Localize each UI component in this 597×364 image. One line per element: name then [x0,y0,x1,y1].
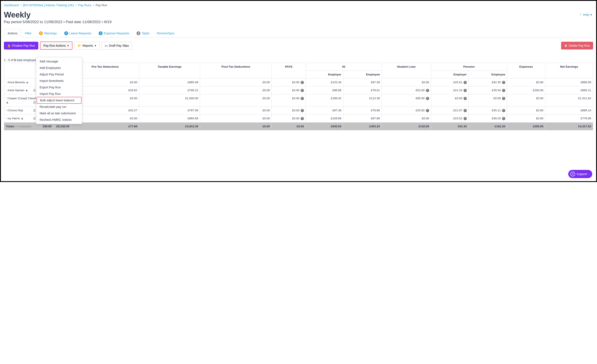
chevron-right-icon: › [588,172,589,176]
table-row: › Ivy Harris ▲☰✎38.00£903.85£0.00£864.65… [4,114,593,122]
help-icon[interactable]: ? [463,89,467,92]
dropdown-item[interactable]: Adjust Pay Period [36,71,82,77]
col-posttax: Post-Tax Deductions [200,63,272,78]
help-icon[interactable]: ? [426,109,429,112]
reports-button[interactable]: 📁 Reports ▼ [74,42,100,49]
warning-icon: ▲ [26,81,29,84]
table-row: › Casper (Caspi) Claude ▲☰✎6.00£1,500.00… [4,94,593,106]
badge: 3 [64,31,68,35]
dropdown-item[interactable]: Add Employees [36,65,82,71]
trash-icon: 🗑 [564,44,567,47]
warning-icon: ▲ [21,117,24,120]
breadcrumb-link[interactable]: Dashboard [4,3,19,7]
help-icon[interactable]: ? [502,97,505,100]
lock-icon: 🔒 [7,44,11,47]
help-icon[interactable]: ? [301,109,304,112]
tab-expense-requests[interactable]: 3Expense Requests [95,29,133,37]
dropdown-item[interactable]: Export Pay Run [36,84,82,91]
payrun-table: Pre-Tax Deductions Taxable Earnings Post… [4,63,593,130]
col-group-ni: NI [306,63,382,71]
col-expenses: Expenses [507,63,545,78]
help-icon[interactable]: ? [301,97,304,100]
draft-pay-slips-button[interactable]: ▭ Draft Pay Slips [102,42,132,49]
document-icon: ▭ [105,44,108,47]
employee-name[interactable]: Chrono Roji [8,109,23,112]
toolbar: 🔒 Finalise Pay Run Pay Run Actions ▼ 📁 R… [4,38,593,52]
tab-leave-requests[interactable]: 3Leave Requests [61,29,95,37]
employee-name[interactable]: Casper (Caspi) Claude [8,97,37,100]
list-icon[interactable]: ☰ [33,89,36,92]
tabs: ActionsFilter6Warnings3Leave Requests3Ex… [4,29,593,38]
help-icon[interactable]: ? [463,81,467,84]
badge: 6 [39,31,43,35]
table-row: › Chrono Roji ☰✎38.00£865.38£43.27£787.0… [4,106,593,114]
delete-pay-run-button[interactable]: 🗑 Delete Pay Run [561,42,593,49]
breadcrumb: Dashboard / [EH INTERNAL] Kidows Trainin… [4,3,593,9]
dropdown-item[interactable]: Import Pay Run [36,91,82,97]
page-title: Weekly [4,10,593,19]
tab-actions[interactable]: Actions [4,29,21,38]
help-icon[interactable]: ? [301,89,304,92]
tab-tasks[interactable]: 2Tasks [133,29,153,37]
help-icon[interactable]: ? [502,109,505,112]
caret-down-icon: ▼ [67,45,69,47]
col-pension-employee: Employee [469,71,507,78]
list-icon[interactable]: ☰ [33,101,36,104]
col-paye: PAYE [272,63,306,78]
pay-run-actions-button[interactable]: Pay Run Actions ▼ [40,41,73,50]
expand-row-icon[interactable]: › [6,81,7,83]
col-group-pension: Pension [431,63,507,71]
dropdown-item[interactable]: Mark all as late submission [36,110,82,116]
badge: 2 [136,31,140,35]
table-row: › Ashe Sylvian ▲☰✎£34.62£795.22£0.00£0.0… [4,86,593,94]
tab-filter[interactable]: Filter [21,29,35,37]
help-icon[interactable]: ? [301,117,304,120]
col-taxable: Taxable Earnings [139,63,200,78]
folder-icon: 📁 [78,44,81,47]
tab-warnings[interactable]: 6Warnings [35,29,61,37]
list-icon[interactable]: ☰ [33,109,36,112]
employee-name[interactable]: Anna Beverly [8,81,25,84]
col-ni-employee: Employee [343,71,382,78]
dropdown-item[interactable]: Add message [36,58,82,65]
help-icon[interactable]: ? [463,117,467,120]
employee-name[interactable]: Ivy Harris [8,117,20,120]
help-icon[interactable]: ? [502,89,505,92]
col-ni-employer: Employer [306,71,343,78]
help-icon[interactable]: ? [426,89,429,92]
help-icon[interactable]: ? [502,117,505,120]
caret-down-icon: ▼ [590,14,592,16]
dropdown-item[interactable]: Bulk adjust leave balance [37,97,82,104]
col-pension-employer: Employer [431,71,469,78]
help-icon[interactable]: ? [463,109,467,112]
question-circle-icon: ? [570,172,575,176]
help-icon[interactable]: ? [502,81,505,84]
col-student-loan: Student Loan [382,63,431,78]
help-icon[interactable]: ? [301,81,304,84]
table-row: › Anna Beverly ▲£0.00£965.48£0.00£0.00 ?… [4,78,593,86]
employee-count-summary: 1 - 5 of 5 total employees [4,58,593,62]
col-net: Net Earnings [545,63,593,78]
totals-row: Totals • 5 employees166.00£5,142.44£77.8… [4,122,593,130]
help-icon[interactable]: ? [463,97,467,100]
help-link[interactable]: ❔ Help ▼ [578,13,592,16]
expand-row-icon[interactable]: › [6,89,7,91]
pay-run-actions-dropdown: Add messageAdd EmployeesAdjust Pay Perio… [36,57,82,124]
caret-down-icon: ▼ [94,45,97,47]
employee-name[interactable]: Ashe Sylvian [8,89,24,92]
support-button[interactable]: ? Support › [568,170,592,178]
breadcrumb-current: Pay Run [96,3,107,7]
warning-icon: ▲ [6,101,9,104]
help-icon[interactable]: ? [426,97,429,100]
expand-row-icon[interactable]: › [6,97,7,99]
dropdown-item[interactable]: Recalculate pay run [36,104,82,110]
breadcrumb-link[interactable]: Pay Runs [78,3,92,7]
dropdown-item[interactable]: Import timesheets [36,77,82,84]
tab-pensionsync[interactable]: PensionSync [153,29,178,37]
breadcrumb-link[interactable]: [EH INTERNAL] Kidows Training (UK) [23,3,74,7]
expand-row-icon[interactable]: › [6,117,7,119]
list-icon[interactable]: ☰ [33,117,36,120]
expand-row-icon[interactable]: › [6,109,7,111]
dropdown-item[interactable]: Recheck HMRC notices [36,116,82,123]
finalise-pay-run-button[interactable]: 🔒 Finalise Pay Run [4,42,38,49]
